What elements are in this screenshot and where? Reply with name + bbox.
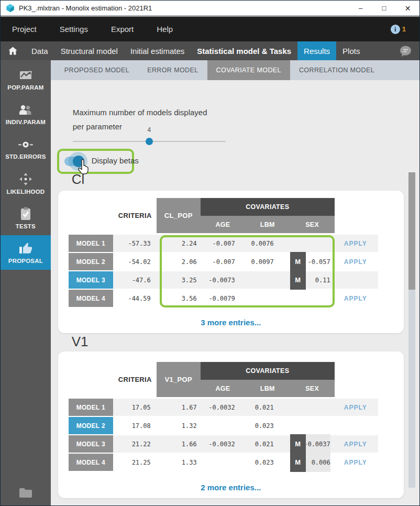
- table-row-model-1: MODEL 1 17.05 1.67 -0.0032 0.021 APPLY: [58, 399, 404, 416]
- menubar: Project Settings Export Help i 1: [1, 17, 419, 41]
- apply-link[interactable]: APPLY: [334, 435, 377, 453]
- folder-icon: [18, 487, 34, 499]
- content-area: PROPOSED MODEL ERROR MODEL COVARIATE MOD…: [51, 60, 419, 506]
- sidebar-item-label: INDIV.PARAM: [6, 119, 46, 125]
- sex-category-badge: M: [290, 453, 306, 472]
- column-header-age: AGE: [201, 216, 245, 233]
- column-header-lbm: LBM: [245, 380, 290, 397]
- sidebar-item-std-errors[interactable]: STD.ERRORS: [1, 131, 51, 166]
- sidebar-item-label: LIKELIHOOD: [6, 189, 45, 195]
- population-chart-icon: [18, 69, 33, 82]
- sidebar-item-label: STD.ERRORS: [5, 153, 46, 160]
- notifications[interactable]: i 1: [391, 25, 406, 34]
- criteria-value: 17.08: [108, 417, 151, 434]
- sex-beta: 0.006: [306, 453, 330, 472]
- home-button[interactable]: [8, 41, 18, 60]
- navbar: Data Structural model Initial estimates …: [1, 41, 419, 60]
- model-label[interactable]: MODEL 4: [69, 290, 113, 307]
- menu-settings[interactable]: Settings: [60, 25, 88, 34]
- model-label[interactable]: MODEL 2: [69, 253, 113, 270]
- feedback-button[interactable]: [399, 41, 412, 60]
- sidebar-item-tests[interactable]: TESTS: [1, 201, 51, 235]
- column-header-covariates: COVARIATES: [201, 198, 335, 216]
- project-folder-button[interactable]: [1, 479, 51, 506]
- model-label[interactable]: MODEL 3: [69, 435, 113, 453]
- pop-value: 1.33: [157, 454, 197, 471]
- column-header-lbm: LBM: [245, 216, 290, 233]
- apply-link[interactable]: APPLY: [334, 253, 377, 270]
- table-row-model-2-selected: MODEL 2 17.08 1.32 0.023: [58, 417, 404, 434]
- covariate-subheaders: AGE LBM SEX: [201, 380, 335, 397]
- subtab-correlation-model[interactable]: CORRELATION MODEL: [290, 60, 383, 80]
- model-label[interactable]: MODEL 4: [69, 454, 113, 471]
- sidebar-item-pop-param[interactable]: POP.PARAM: [1, 62, 51, 97]
- tab-statistical-model-tasks[interactable]: Statistical model & Tasks: [191, 41, 297, 60]
- minimize-button[interactable]: –: [349, 1, 372, 16]
- thumbs-up-icon: [18, 241, 33, 255]
- subtab-error-model[interactable]: ERROR MODEL: [138, 60, 207, 80]
- column-header-criteria: CRITERIA: [113, 198, 157, 233]
- slider-value: 4: [144, 126, 154, 134]
- sidebar-item-proposal[interactable]: PROPOSAL: [1, 235, 51, 270]
- tab-initial-estimates[interactable]: Initial estimates: [124, 41, 191, 60]
- menu-export[interactable]: Export: [111, 25, 134, 34]
- subtab-covariate-model[interactable]: COVARIATE MODEL: [207, 60, 290, 80]
- column-header-covariates: COVARIATES: [201, 362, 335, 380]
- scrollbar-thumb[interactable]: [408, 172, 415, 290]
- display-betas-highlight: Display betas: [57, 149, 134, 174]
- criteria-value: 21.25: [108, 454, 151, 471]
- age-beta: -0.0032: [201, 435, 235, 453]
- model-label[interactable]: MODEL 3: [69, 271, 113, 289]
- sidebar-item-label: TESTS: [16, 223, 36, 229]
- results-scrollbar[interactable]: [408, 172, 415, 488]
- criteria-value: -47.6: [108, 271, 151, 289]
- lbm-beta: 0.021: [245, 435, 274, 453]
- sidebar-item-label: PROPOSAL: [8, 258, 43, 264]
- model-label[interactable]: MODEL 2: [69, 417, 113, 434]
- lbm-beta: 0.021: [245, 399, 274, 416]
- section-title-v1: V1: [72, 334, 89, 350]
- lbm-beta: 0.023: [245, 454, 274, 471]
- v1-model-card: CRITERIA V1_POP COVARIATES AGE LBM SEX M…: [58, 351, 404, 498]
- apply-link[interactable]: APPLY: [334, 399, 377, 416]
- hand-cursor-icon: [77, 159, 91, 175]
- age-beta: -0.0032: [201, 399, 235, 416]
- chat-bubble-icon: [399, 45, 412, 57]
- interval-dot-icon: [18, 138, 34, 151]
- info-icon[interactable]: i: [391, 25, 400, 34]
- slider-handle[interactable]: [146, 138, 153, 145]
- pop-value: 1.66: [157, 435, 197, 453]
- criteria-value: -54.02: [108, 253, 151, 270]
- info-count-badge: 1: [402, 25, 406, 33]
- apply-link[interactable]: APPLY: [334, 454, 377, 471]
- menu-project[interactable]: Project: [12, 25, 37, 34]
- model-label[interactable]: MODEL 1: [69, 399, 113, 416]
- apply-link[interactable]: APPLY: [334, 290, 377, 307]
- close-button[interactable]: ✕: [396, 1, 419, 16]
- tab-data[interactable]: Data: [25, 41, 54, 60]
- model-label[interactable]: MODEL 1: [69, 235, 113, 252]
- tab-plots[interactable]: Plots: [336, 41, 366, 60]
- subtab-proposed-model[interactable]: PROPOSED MODEL: [56, 60, 138, 80]
- column-header-v1-pop: V1_POP: [157, 362, 201, 397]
- pop-value: 1.67: [157, 399, 197, 416]
- sidebar-item-likelihood[interactable]: LIKELIHOOD: [1, 166, 51, 201]
- column-header-sex: SEX: [290, 380, 334, 397]
- more-entries-link[interactable]: 3 more entries...: [58, 318, 404, 327]
- monolix-logo-icon: [6, 4, 15, 13]
- more-entries-link[interactable]: 2 more entries...: [58, 483, 404, 492]
- display-betas-label: Display betas: [92, 156, 139, 165]
- titlebar: PK3_.mlxtran - Monolix estimation - 2021…: [1, 1, 419, 16]
- maximize-button[interactable]: □: [372, 1, 396, 16]
- crosshair-icon: [19, 172, 32, 186]
- menu-help[interactable]: Help: [157, 25, 173, 34]
- sidebar-item-indiv-param[interactable]: INDIV.PARAM: [1, 97, 51, 131]
- pop-value: 1.32: [157, 417, 197, 434]
- sidebar-item-label: POP.PARAM: [7, 84, 43, 91]
- tab-results[interactable]: Results: [297, 41, 336, 60]
- sex-category-badge: M: [290, 434, 306, 454]
- tab-structural-model[interactable]: Structural model: [54, 41, 124, 60]
- apply-link[interactable]: APPLY: [334, 235, 377, 252]
- subtab-bar: PROPOSED MODEL ERROR MODEL COVARIATE MOD…: [51, 60, 420, 80]
- clipboard-check-icon: [19, 207, 32, 221]
